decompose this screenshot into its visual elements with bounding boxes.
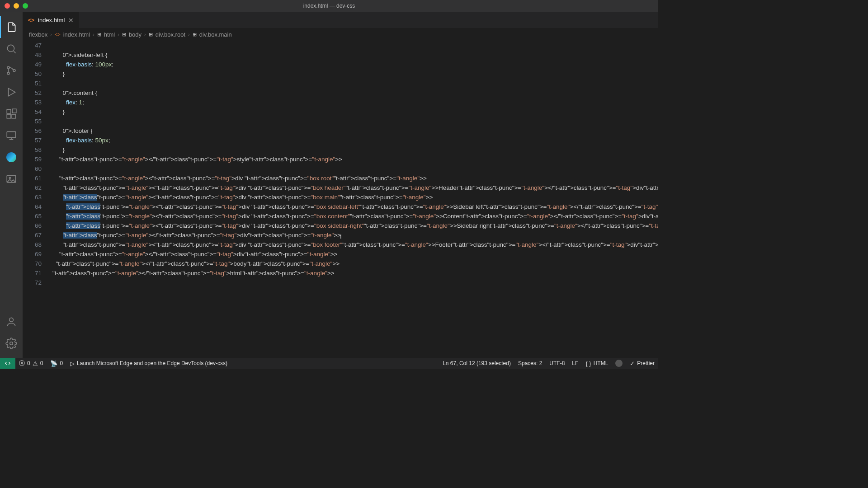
svg-point-0 [7,45,14,52]
breadcrumb[interactable]: flexbox › <> index.html › ⊞ html › ⊞ bod… [23,28,658,41]
source-control-icon[interactable] [0,60,23,81]
svg-point-11 [9,318,14,322]
cursor-position[interactable]: Ln 67, Col 12 (193 selected) [439,358,514,369]
tab-index-html[interactable]: <> index.html ✕ [23,12,79,28]
remote-explorer-icon[interactable] [0,125,23,146]
eol-button[interactable]: LF [568,358,582,369]
warning-icon: ⚠ [33,360,38,367]
broadcast-icon: 📡 [50,360,57,367]
problems-button[interactable]: ⓧ 0 ⚠ 0 [15,358,47,369]
file-html-icon: <> [28,17,34,23]
account-icon[interactable] [0,311,23,333]
titlebar: index.html — dev-css [0,0,658,12]
activity-bar [0,12,23,358]
bc-4[interactable]: div.box.root [156,31,185,38]
code-icon: { } [585,360,591,367]
launch-edge-button[interactable]: ▷ Launch Microsoft Edge and open the Edg… [66,358,231,369]
extensions-icon[interactable] [0,103,23,125]
error-icon: ⓧ [19,359,25,367]
bc-5[interactable]: div.box.main [199,31,232,38]
close-icon[interactable]: ✕ [68,17,74,24]
svg-rect-8 [7,131,16,137]
statusbar: ⓧ 0 ⚠ 0 📡 0 ▷ Launch Microsoft Edge and … [0,358,658,369]
window-title: index.html — dev-css [303,3,355,9]
language-mode-button[interactable]: { } HTML [582,358,612,369]
window-controls [5,3,28,9]
svg-rect-4 [7,109,11,113]
bc-0[interactable]: flexbox [29,31,47,38]
svg-point-1 [7,66,9,69]
svg-rect-7 [12,109,16,113]
indent-button[interactable]: Spaces: 2 [514,358,546,369]
settings-gear-icon[interactable] [0,333,23,354]
remote-button[interactable] [0,358,15,369]
play-icon: ▷ [70,360,75,367]
edge-tools-icon[interactable] [0,146,23,168]
explorer-icon[interactable] [0,16,23,38]
svg-point-2 [7,72,9,75]
svg-point-12 [10,342,13,345]
maximize-window-icon[interactable] [23,3,28,9]
bc-1[interactable]: index.html [63,31,90,38]
search-icon[interactable] [0,38,23,60]
minimize-window-icon[interactable] [14,3,19,9]
code-editor[interactable]: 4748495051525354555657585960616263646566… [23,41,658,358]
check-icon: ✓ [630,360,635,367]
bc-3[interactable]: body [129,31,142,38]
svg-rect-6 [12,114,16,118]
close-window-icon[interactable] [5,3,10,9]
images-icon[interactable] [0,168,23,190]
svg-rect-5 [7,114,11,118]
run-debug-icon[interactable] [0,81,23,103]
svg-point-10 [9,177,10,178]
tab-label: index.html [38,17,65,23]
copilot-button[interactable] [612,358,626,369]
editor-primary: <> index.html ✕ ⋯ flexbox › <> index.htm… [23,12,658,358]
ports-button[interactable]: 📡 0 [47,358,66,369]
prettier-button[interactable]: ✓ Prettier [626,358,658,369]
editor-tabbar: <> index.html ✕ ⋯ [23,12,658,28]
encoding-button[interactable]: UTF-8 [546,358,568,369]
bc-2[interactable]: html [104,31,115,38]
